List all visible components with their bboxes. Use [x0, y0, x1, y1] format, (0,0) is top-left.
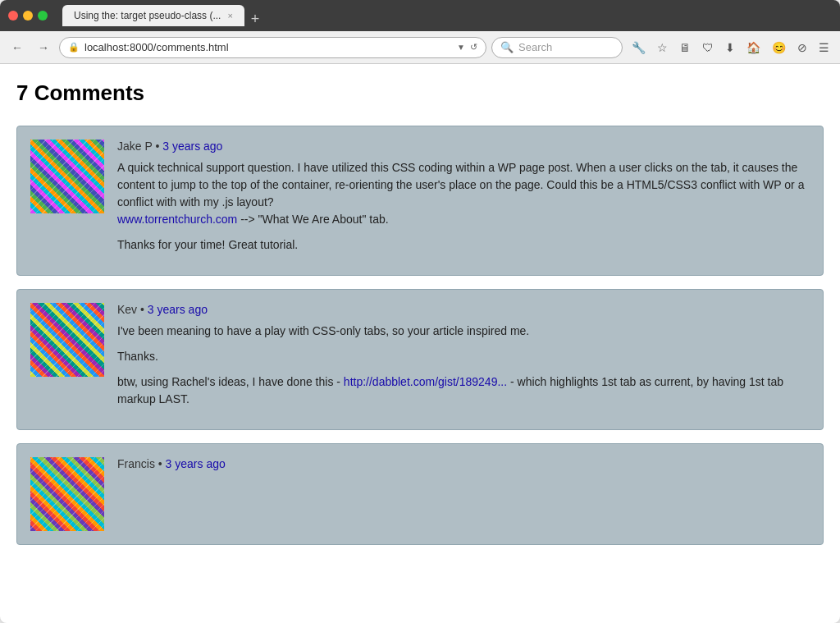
comment-body-francis: Francis • 3 years ago: [117, 457, 810, 531]
tools-icon[interactable]: 🔧: [628, 38, 650, 57]
torrent-church-link[interactable]: www.torrentchurch.com: [117, 213, 237, 226]
reload-icon[interactable]: ↺: [470, 42, 477, 53]
comment-text-kev-1: I've been meaning to have a play with CS…: [117, 323, 810, 340]
search-placeholder: Search: [518, 41, 552, 53]
page-content: 7 Comments Jake P • 3 years ago A quick …: [0, 64, 840, 575]
reading-list-icon[interactable]: 🖥: [675, 38, 695, 57]
tabs-bar: Using the: target pseudo-class (... × +: [62, 5, 832, 26]
comment-text-kev-2: Thanks.: [117, 348, 810, 365]
comment-text-jake-2: Thanks for your time! Great tutorial.: [117, 236, 810, 254]
secure-icon: 🔒: [68, 42, 80, 53]
avatar-kev: [30, 303, 104, 377]
title-bar: Using the: target pseudo-class (... × +: [0, 0, 840, 31]
meta-separator-francis: •: [158, 457, 166, 470]
dabblet-link[interactable]: http://dabblet.com/gist/189249...: [344, 375, 507, 388]
pocket-icon[interactable]: 🛡: [698, 38, 718, 57]
search-bar[interactable]: 🔍 Search: [491, 37, 623, 58]
tab-close-icon[interactable]: ×: [227, 11, 232, 21]
address-dropdown-icon[interactable]: ▼: [457, 43, 465, 52]
browser-window: Using the: target pseudo-class (... × + …: [0, 0, 840, 623]
minimize-button[interactable]: [23, 11, 33, 21]
close-button[interactable]: [8, 11, 18, 21]
comment-text-jake-1: A quick technical support question. I ha…: [117, 159, 810, 228]
comment-text-kev-3: btw, using Rachel's ideas, I have done t…: [117, 373, 810, 408]
search-icon: 🔍: [500, 41, 514, 53]
nav-bar: ← → 🔒 localhost:8000/comments.html ▼ ↺ 🔍…: [0, 31, 840, 64]
comment-body-jake: Jake P • 3 years ago A quick technical s…: [117, 140, 810, 262]
emoji-icon[interactable]: 😊: [768, 38, 790, 57]
home-icon[interactable]: 🏠: [742, 38, 765, 57]
avatar-francis: [30, 457, 104, 531]
timestamp-link-francis[interactable]: 3 years ago: [166, 457, 226, 470]
maximize-button[interactable]: [38, 11, 48, 21]
author-name-francis: Francis: [117, 457, 155, 470]
new-tab-button[interactable]: +: [244, 11, 267, 26]
comment-card-francis: Francis • 3 years ago: [16, 443, 824, 545]
container-icon[interactable]: ⊘: [793, 38, 811, 57]
tab-title: Using the: target pseudo-class (...: [74, 10, 221, 21]
forward-button[interactable]: →: [33, 38, 54, 57]
traffic-lights: [8, 11, 48, 21]
comment-card-kev: Kev • 3 years ago I've been meaning to h…: [16, 289, 824, 430]
comment-meta-kev: Kev • 3 years ago: [117, 303, 810, 316]
author-name-jake: Jake P: [117, 140, 153, 153]
avatar-jake: [30, 140, 104, 213]
menu-icon[interactable]: ☰: [815, 38, 833, 57]
back-button[interactable]: ←: [7, 38, 28, 57]
comment-meta-jake: Jake P • 3 years ago: [117, 140, 810, 153]
comment-meta-francis: Francis • 3 years ago: [117, 457, 810, 470]
comment-body-kev: Kev • 3 years ago I've been meaning to h…: [117, 303, 810, 416]
download-icon[interactable]: ⬇: [721, 38, 739, 57]
address-bar[interactable]: 🔒 localhost:8000/comments.html ▼ ↺: [59, 37, 486, 58]
comment-card-jake: Jake P • 3 years ago A quick technical s…: [16, 126, 824, 276]
address-text: localhost:8000/comments.html: [84, 41, 452, 53]
author-name-kev: Kev: [117, 303, 137, 316]
bookmark-icon[interactable]: ☆: [653, 38, 672, 57]
comments-heading: 7 Comments: [16, 80, 824, 109]
timestamp-link-jake[interactable]: 3 years ago: [162, 140, 222, 153]
nav-icons: 🔧 ☆ 🖥 🛡 ⬇ 🏠 😊 ⊘ ☰: [628, 38, 833, 57]
active-tab[interactable]: Using the: target pseudo-class (... ×: [62, 5, 244, 26]
meta-separator-kev: •: [140, 303, 148, 316]
meta-separator-jake: •: [155, 140, 162, 153]
timestamp-link-kev[interactable]: 3 years ago: [148, 303, 208, 316]
